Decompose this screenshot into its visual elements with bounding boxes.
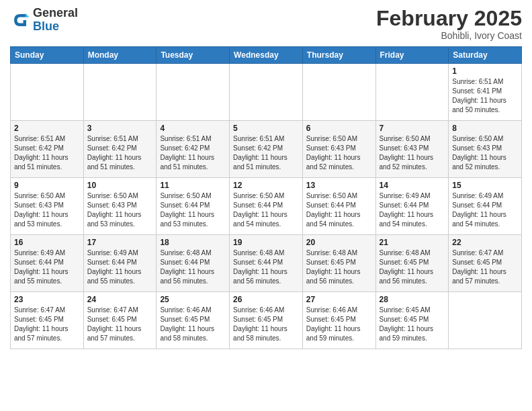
logo-icon <box>10 10 30 30</box>
day-info: Sunrise: 6:50 AMSunset: 6:44 PMDaylight:… <box>306 191 372 229</box>
day-info: Sunrise: 6:49 AMSunset: 6:44 PMDaylight:… <box>87 248 153 286</box>
table-row <box>449 292 522 349</box>
logo-blue-text: Blue <box>33 20 78 34</box>
header-sunday: Sunday <box>11 47 84 64</box>
table-row: 20Sunrise: 6:48 AMSunset: 6:45 PMDayligh… <box>302 235 375 292</box>
day-number: 23 <box>14 295 80 304</box>
table-row: 26Sunrise: 6:46 AMSunset: 6:45 PMDayligh… <box>230 292 303 349</box>
day-number: 17 <box>87 238 153 247</box>
table-row: 17Sunrise: 6:49 AMSunset: 6:44 PMDayligh… <box>83 235 157 292</box>
table-row <box>157 64 230 121</box>
table-row: 27Sunrise: 6:46 AMSunset: 6:45 PMDayligh… <box>302 292 375 349</box>
logo: General Blue <box>10 7 78 34</box>
logo-text: General Blue <box>33 7 78 34</box>
day-number: 11 <box>160 181 226 190</box>
day-info: Sunrise: 6:51 AMSunset: 6:41 PMDaylight:… <box>452 77 518 115</box>
day-number: 21 <box>380 238 445 247</box>
table-row: 14Sunrise: 6:49 AMSunset: 6:44 PMDayligh… <box>375 178 449 235</box>
day-number: 2 <box>14 124 80 133</box>
day-info: Sunrise: 6:50 AMSunset: 6:44 PMDaylight:… <box>233 191 299 229</box>
header: General Blue February 2025 Bohibli, Ivor… <box>10 7 522 41</box>
table-row: 11Sunrise: 6:50 AMSunset: 6:44 PMDayligh… <box>157 178 230 235</box>
day-number: 20 <box>306 238 372 247</box>
table-row: 23Sunrise: 6:47 AMSunset: 6:45 PMDayligh… <box>11 292 84 349</box>
header-monday: Monday <box>83 47 157 64</box>
header-saturday: Saturday <box>449 47 522 64</box>
day-number: 4 <box>160 124 226 133</box>
day-number: 12 <box>233 181 299 190</box>
day-number: 3 <box>87 124 153 133</box>
table-row: 22Sunrise: 6:47 AMSunset: 6:45 PMDayligh… <box>449 235 522 292</box>
day-info: Sunrise: 6:46 AMSunset: 6:45 PMDaylight:… <box>160 306 226 343</box>
day-number: 13 <box>306 181 372 190</box>
weekday-header-row: Sunday Monday Tuesday Wednesday Thursday… <box>11 47 522 64</box>
day-info: Sunrise: 6:48 AMSunset: 6:44 PMDaylight:… <box>233 248 299 286</box>
table-row: 7Sunrise: 6:50 AMSunset: 6:43 PMDaylight… <box>375 121 449 178</box>
day-number: 15 <box>452 181 518 190</box>
day-info: Sunrise: 6:47 AMSunset: 6:45 PMDaylight:… <box>14 306 80 343</box>
week-row-4: 23Sunrise: 6:47 AMSunset: 6:45 PMDayligh… <box>11 292 522 349</box>
day-info: Sunrise: 6:50 AMSunset: 6:44 PMDaylight:… <box>160 191 226 229</box>
table-row <box>230 64 303 121</box>
day-number: 27 <box>306 295 372 304</box>
day-info: Sunrise: 6:46 AMSunset: 6:45 PMDaylight:… <box>306 306 372 343</box>
header-thursday: Thursday <box>302 47 375 64</box>
table-row: 4Sunrise: 6:51 AMSunset: 6:42 PMDaylight… <box>157 121 230 178</box>
day-info: Sunrise: 6:47 AMSunset: 6:45 PMDaylight:… <box>452 248 518 286</box>
week-row-1: 2Sunrise: 6:51 AMSunset: 6:42 PMDaylight… <box>11 121 522 178</box>
day-info: Sunrise: 6:50 AMSunset: 6:43 PMDaylight:… <box>14 191 80 229</box>
week-row-2: 9Sunrise: 6:50 AMSunset: 6:43 PMDaylight… <box>11 178 522 235</box>
table-row: 10Sunrise: 6:50 AMSunset: 6:43 PMDayligh… <box>83 178 157 235</box>
month-title: February 2025 <box>376 7 522 30</box>
table-row: 8Sunrise: 6:50 AMSunset: 6:43 PMDaylight… <box>449 121 522 178</box>
day-number: 5 <box>233 124 299 133</box>
day-number: 10 <box>87 181 153 190</box>
day-info: Sunrise: 6:47 AMSunset: 6:45 PMDaylight:… <box>87 306 153 343</box>
table-row: 19Sunrise: 6:48 AMSunset: 6:44 PMDayligh… <box>230 235 303 292</box>
day-info: Sunrise: 6:48 AMSunset: 6:45 PMDaylight:… <box>306 248 372 286</box>
day-number: 7 <box>380 124 445 133</box>
table-row: 2Sunrise: 6:51 AMSunset: 6:42 PMDaylight… <box>11 121 84 178</box>
table-row: 1Sunrise: 6:51 AMSunset: 6:41 PMDaylight… <box>449 64 522 121</box>
table-row: 16Sunrise: 6:49 AMSunset: 6:44 PMDayligh… <box>11 235 84 292</box>
table-row: 15Sunrise: 6:49 AMSunset: 6:44 PMDayligh… <box>449 178 522 235</box>
day-number: 16 <box>14 238 80 247</box>
week-row-3: 16Sunrise: 6:49 AMSunset: 6:44 PMDayligh… <box>11 235 522 292</box>
table-row: 28Sunrise: 6:45 AMSunset: 6:45 PMDayligh… <box>375 292 449 349</box>
day-number: 1 <box>452 66 518 76</box>
day-number: 19 <box>233 238 299 247</box>
day-info: Sunrise: 6:49 AMSunset: 6:44 PMDaylight:… <box>380 191 445 229</box>
day-number: 6 <box>306 124 372 133</box>
header-friday: Friday <box>375 47 449 64</box>
day-info: Sunrise: 6:45 AMSunset: 6:45 PMDaylight:… <box>380 306 445 343</box>
logo-general-text: General <box>33 7 78 20</box>
day-number: 9 <box>14 181 80 190</box>
table-row: 5Sunrise: 6:51 AMSunset: 6:42 PMDaylight… <box>230 121 303 178</box>
week-row-0: 1Sunrise: 6:51 AMSunset: 6:41 PMDaylight… <box>11 64 522 121</box>
day-number: 26 <box>233 295 299 304</box>
table-row: 18Sunrise: 6:48 AMSunset: 6:44 PMDayligh… <box>157 235 230 292</box>
table-row: 6Sunrise: 6:50 AMSunset: 6:43 PMDaylight… <box>302 121 375 178</box>
day-number: 22 <box>452 238 518 247</box>
day-info: Sunrise: 6:51 AMSunset: 6:42 PMDaylight:… <box>14 134 80 172</box>
day-number: 8 <box>452 124 518 133</box>
day-info: Sunrise: 6:49 AMSunset: 6:44 PMDaylight:… <box>452 191 518 229</box>
day-info: Sunrise: 6:50 AMSunset: 6:43 PMDaylight:… <box>452 134 518 172</box>
table-row: 13Sunrise: 6:50 AMSunset: 6:44 PMDayligh… <box>302 178 375 235</box>
table-row: 25Sunrise: 6:46 AMSunset: 6:45 PMDayligh… <box>157 292 230 349</box>
day-info: Sunrise: 6:49 AMSunset: 6:44 PMDaylight:… <box>14 248 80 286</box>
day-number: 14 <box>380 181 445 190</box>
header-tuesday: Tuesday <box>157 47 230 64</box>
table-row <box>375 64 449 121</box>
table-row <box>11 64 84 121</box>
day-info: Sunrise: 6:46 AMSunset: 6:45 PMDaylight:… <box>233 306 299 343</box>
title-block: February 2025 Bohibli, Ivory Coast <box>376 7 522 41</box>
table-row <box>83 64 157 121</box>
day-info: Sunrise: 6:51 AMSunset: 6:42 PMDaylight:… <box>87 134 153 172</box>
day-info: Sunrise: 6:48 AMSunset: 6:44 PMDaylight:… <box>160 248 226 286</box>
table-row: 21Sunrise: 6:48 AMSunset: 6:45 PMDayligh… <box>375 235 449 292</box>
day-info: Sunrise: 6:51 AMSunset: 6:42 PMDaylight:… <box>233 134 299 172</box>
day-number: 24 <box>87 295 153 304</box>
day-info: Sunrise: 6:50 AMSunset: 6:43 PMDaylight:… <box>380 134 445 172</box>
calendar-table: Sunday Monday Tuesday Wednesday Thursday… <box>10 46 522 349</box>
